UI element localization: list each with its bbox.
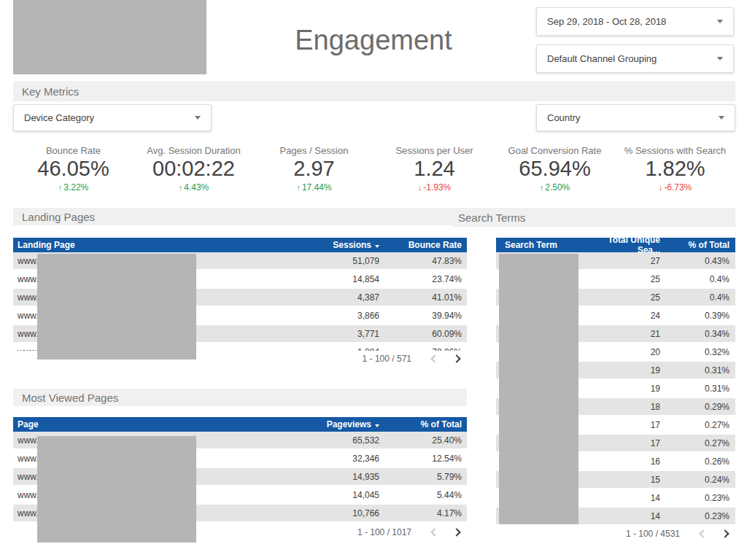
device-category-dropdown[interactable]: Device Category <box>13 104 212 131</box>
most-viewed-table-header: Page Pageviews % of Total <box>13 417 467 432</box>
key-metrics-title: Key Metrics <box>22 85 79 98</box>
chevron-left-icon[interactable] <box>430 528 438 536</box>
chevron-right-icon[interactable] <box>452 354 460 362</box>
column-header-pct-of-total[interactable]: % of Total <box>667 240 735 250</box>
metric-delta-value: 4.43% <box>184 182 209 192</box>
metric-pages-per-session: Pages / Session 2.97 ↑17.44% <box>254 144 374 197</box>
landing-pages-section-header: Landing Pages <box>13 208 467 225</box>
metric-sessions-with-search: % Sessions with Search 1.82% ↓-6.73% <box>615 144 735 197</box>
metric-label: Sessions per User <box>374 144 495 157</box>
metric-label: Goal Conversion Rate <box>495 144 615 157</box>
search-terms-table-header: Search Term Total Unique Sea... % of Tot… <box>496 238 735 252</box>
metrics-row: Bounce Rate 46.05% ↑3.22% Avg. Session D… <box>13 144 735 197</box>
country-value: Country <box>547 112 581 123</box>
date-range-dropdown[interactable]: Sep 29, 2018 - Oct 28, 2018 <box>536 7 734 36</box>
column-header-landing-page[interactable]: Landing Page <box>13 240 270 250</box>
column-header-pageviews[interactable]: Pageviews <box>270 419 379 429</box>
most-viewed-redacted-region <box>37 436 196 542</box>
metric-delta: ↓-1.93% <box>374 182 495 193</box>
metric-delta: ↑4.43% <box>133 182 254 193</box>
metric-value: 46.05% <box>13 157 133 181</box>
chevron-right-icon[interactable] <box>452 528 460 536</box>
metric-delta-value: 2.50% <box>545 182 570 192</box>
metric-delta-value: -6.73% <box>664 182 692 192</box>
metric-delta-value: -1.93% <box>423 182 451 192</box>
metric-label: Pages / Session <box>254 144 374 157</box>
chevron-down-icon <box>717 57 723 61</box>
pagination-range: 1 - 100 / 1017 <box>357 527 411 537</box>
column-header-search-term[interactable]: Search Term <box>496 240 585 250</box>
search-terms-title: Search Terms <box>458 211 525 224</box>
chevron-down-icon <box>719 116 724 120</box>
column-header-bounce-rate[interactable]: Bounce Rate <box>379 240 467 250</box>
search-terms-section-header: Search Terms <box>452 208 735 227</box>
trend-up-icon: ↑ <box>296 183 301 192</box>
landing-pages-title: Landing Pages <box>22 211 95 223</box>
metric-value: 2.97 <box>254 157 374 181</box>
chevron-down-icon <box>717 20 723 23</box>
trend-up-icon: ↑ <box>179 183 183 192</box>
channel-grouping-dropdown[interactable]: Default Channel Grouping <box>536 44 734 73</box>
most-viewed-pages-section-header: Most Viewed Pages <box>13 389 467 406</box>
chevron-right-icon[interactable] <box>721 529 729 537</box>
page-title: Engagement <box>219 25 528 56</box>
trend-up-icon: ↑ <box>540 183 544 192</box>
metric-delta: ↓-6.73% <box>615 182 735 193</box>
metric-delta: ↑17.44% <box>254 182 374 193</box>
most-viewed-pages-title: Most Viewed Pages <box>22 392 118 404</box>
landing-pages-redacted-region <box>37 254 196 359</box>
metric-goal-conversion-rate: Goal Conversion Rate 65.94% ↑2.50% <box>495 144 615 197</box>
metric-value: 1.82% <box>615 157 735 181</box>
metric-value: 1.24 <box>374 157 495 181</box>
column-header-pct-of-total[interactable]: % of Total <box>379 419 467 429</box>
metric-avg-session-duration: Avg. Session Duration 00:02:22 ↑4.43% <box>133 144 254 197</box>
metric-bounce-rate: Bounce Rate 46.05% ↑3.22% <box>13 144 133 197</box>
pagination-range: 1 - 100 / 4531 <box>626 529 680 539</box>
dashboard-canvas: Engagement Sep 29, 2018 - Oct 28, 2018 D… <box>0 0 747 560</box>
metric-label: Bounce Rate <box>13 144 133 157</box>
column-header-sessions[interactable]: Sessions <box>270 240 379 250</box>
trend-down-icon: ↓ <box>659 183 663 192</box>
country-dropdown[interactable]: Country <box>536 104 735 131</box>
landing-pages-table-header: Landing Page Sessions Bounce Rate <box>13 238 467 252</box>
metric-sessions-per-user: Sessions per User 1.24 ↓-1.93% <box>374 144 495 197</box>
metric-delta: ↑3.22% <box>13 182 133 193</box>
trend-down-icon: ↓ <box>418 183 422 192</box>
chevron-left-icon[interactable] <box>699 529 707 537</box>
channel-grouping-value: Default Channel Grouping <box>547 53 657 64</box>
logo-redacted-image <box>13 0 206 74</box>
metric-delta-value: 3.22% <box>63 182 88 192</box>
metric-value: 00:02:22 <box>133 157 254 181</box>
column-header-total-unique-searches[interactable]: Total Unique Sea... <box>585 235 667 255</box>
column-header-page[interactable]: Page <box>13 419 270 429</box>
search-terms-redacted-region <box>499 254 578 524</box>
chevron-down-icon <box>195 116 201 120</box>
metric-label: Avg. Session Duration <box>133 144 254 157</box>
key-metrics-section-header: Key Metrics <box>13 81 735 101</box>
metric-label: % Sessions with Search <box>615 144 735 157</box>
trend-up-icon: ↑ <box>58 183 63 192</box>
metric-value: 65.94% <box>495 157 615 181</box>
pagination-range: 1 - 100 / 571 <box>363 354 411 364</box>
chevron-left-icon[interactable] <box>430 354 438 362</box>
date-range-value: Sep 29, 2018 - Oct 28, 2018 <box>547 16 666 27</box>
metric-delta: ↑2.50% <box>495 182 615 193</box>
search-terms-pagination: 1 - 100 / 4531 <box>496 527 735 540</box>
device-category-value: Device Category <box>24 112 94 123</box>
metric-delta-value: 17.44% <box>302 182 332 192</box>
